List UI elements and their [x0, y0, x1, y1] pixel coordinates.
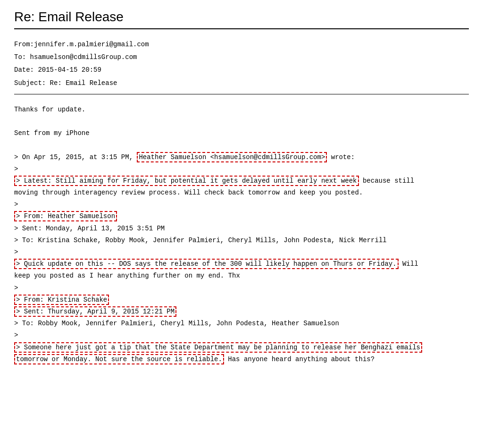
latest-rest: because still	[359, 177, 415, 185]
blank-1	[14, 116, 469, 127]
to-robby-line: > To: Robby Mook, Jennifer Palmieri, Che…	[14, 318, 469, 330]
to-kristina-line: > To: Kristina Schake, Robby Mook, Jenni…	[14, 235, 469, 246]
email-to: To: hsamuelson@cdmillsGroup.com	[14, 51, 469, 63]
sent-from-line: Sent from my iPhone	[14, 127, 469, 139]
quote-gt1: >	[14, 163, 469, 175]
someone-highlight: > Someone here just got a tip that the S…	[14, 342, 422, 353]
tomorrow-line: tomorrow or Monday. Not sure the source …	[14, 354, 469, 365]
wrote-text: wrote:	[327, 153, 355, 161]
from-heather-highlight: > From: Heather Samuelson	[14, 211, 117, 221]
email-body: Thanks for update. Sent from my iPhone >…	[14, 104, 469, 365]
has-anyone-text: Has anyone heard anything about this?	[224, 355, 375, 363]
email-headers: From:jennifer.m.palmieri@gmail.com To: h…	[14, 39, 469, 89]
quote-gt4: >	[14, 282, 469, 294]
quote-gt3: >	[14, 246, 469, 258]
email-from: From:jennifer.m.palmieri@gmail.com	[14, 39, 469, 51]
heather-link-highlight: Heather Samuelson <hsamuelson@cdmillsGro…	[137, 152, 327, 162]
someone-line: > Someone here just got a tip that the S…	[14, 342, 469, 354]
header-divider	[14, 94, 469, 94]
sent-thursday-line: > Sent: Thursday, April 9, 2015 12:21 PM	[14, 306, 469, 318]
latest-highlight: > Latest: Still aiming for Friday, but p…	[14, 176, 359, 186]
page-title: Re: Email Release	[14, 9, 469, 25]
blank-2	[14, 139, 469, 151]
tomorrow-highlight: tomorrow or Monday. Not sure the source …	[14, 354, 224, 364]
from-kristina-line: > From: Kristina Schake	[14, 294, 469, 306]
sent-thursday-highlight: > Sent: Thursday, April 9, 2015 12:21 PM	[14, 306, 176, 317]
thanks-line: Thanks for update.	[14, 104, 469, 116]
latest-line: > Latest: Still aiming for Friday, but p…	[14, 175, 469, 187]
email-subject: Subject: Re: Email Release	[14, 77, 469, 89]
quote-gt2: >	[14, 199, 469, 211]
from-heather-line: > From: Heather Samuelson	[14, 211, 469, 222]
on-apr-line: > On Apr 15, 2015, at 3:15 PM, Heather S…	[14, 152, 469, 163]
moving-line: moving through interagency review proces…	[14, 187, 469, 199]
quote-gt5: >	[14, 330, 469, 341]
title-divider	[14, 28, 469, 29]
quick-rest: Will	[399, 260, 418, 268]
from-kristina-highlight: > From: Kristina Schake	[14, 295, 109, 305]
quick-line: > Quick update on this -- DOS says the r…	[14, 258, 469, 270]
email-date: Date: 2015-04-15 20:59	[14, 64, 469, 76]
sent-monday-line: > Sent: Monday, April 13, 2015 3:51 PM	[14, 223, 469, 235]
keep-posted-line: keep you posted as I hear anything furth…	[14, 270, 469, 282]
on-apr-text: > On Apr 15, 2015, at 3:15 PM,	[14, 153, 137, 161]
quick-highlight: > Quick update on this -- DOS says the r…	[14, 259, 399, 269]
